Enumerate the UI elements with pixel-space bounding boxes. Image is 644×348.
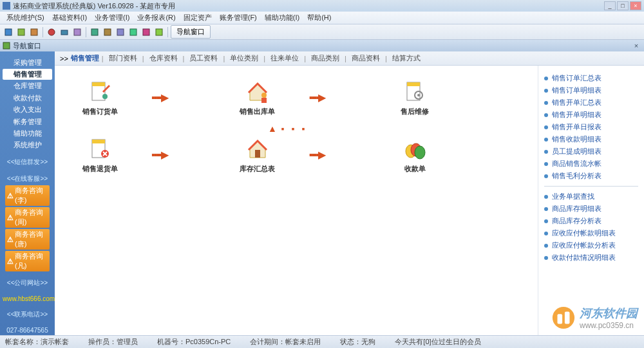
breadcrumb-goodstype[interactable]: 商品类别 bbox=[308, 53, 342, 63]
report-link[interactable]: 商品库存分析表 bbox=[542, 215, 641, 227]
sidebar-contact-4[interactable]: ⚠商务咨询(凡) bbox=[5, 251, 50, 271]
house-person-icon bbox=[245, 78, 270, 104]
toolbar-btn-10[interactable] bbox=[128, 26, 139, 38]
sidebar-site-url[interactable]: www.hbst666.com bbox=[0, 294, 55, 304]
toolbar-btn-2[interactable] bbox=[15, 26, 27, 38]
breadcrumb-dept[interactable]: 部门资料 bbox=[106, 53, 140, 63]
menu-help[interactable]: 帮助(H) bbox=[303, 12, 335, 24]
arrow-icon: ▪▪▪▪▶ bbox=[309, 149, 325, 161]
sidebar-phone: 027-86647565 bbox=[0, 325, 55, 335]
toolbar-btn-8[interactable] bbox=[102, 26, 113, 38]
sidebar-site-label: <<公司网站>> bbox=[0, 277, 55, 289]
sidebar-service-link[interactable]: <<在线客服>> bbox=[0, 173, 55, 185]
report-link[interactable]: 收款付款情况明细表 bbox=[542, 252, 641, 264]
toolbar-btn-5[interactable] bbox=[59, 26, 70, 38]
sidebar-item-payment[interactable]: 收款付款 bbox=[3, 93, 52, 103]
report-link[interactable]: 销售订单明细表 bbox=[542, 84, 641, 96]
watermark-url: www.pc0359.cn bbox=[580, 321, 638, 330]
flow-sales-return[interactable]: 销售退货单 bbox=[74, 136, 126, 174]
svg-rect-5 bbox=[74, 29, 80, 35]
toolbar-btn-11[interactable] bbox=[140, 26, 152, 38]
toolbar-btn-9[interactable] bbox=[115, 26, 126, 38]
report-link[interactable]: 销售开单汇总表 bbox=[542, 96, 641, 109]
report-link[interactable]: 应收应付帐款明细表 bbox=[542, 227, 641, 239]
sidebar-item-warehouse[interactable]: 仓库管理 bbox=[3, 81, 52, 91]
nav-icon bbox=[3, 42, 10, 50]
flow-aftersale[interactable]: 售后维修 bbox=[389, 78, 440, 116]
subwindow-title: 导航窗口 bbox=[13, 41, 41, 51]
report-link[interactable]: 销售订单汇总表 bbox=[542, 72, 641, 84]
report-link[interactable]: 销售开单日报表 bbox=[542, 121, 641, 133]
flow-inventory[interactable]: 库存汇总表 bbox=[232, 136, 283, 174]
sidebar-item-aux[interactable]: 辅助功能 bbox=[3, 128, 52, 138]
svg-rect-1 bbox=[18, 29, 24, 35]
close-button[interactable]: × bbox=[630, 1, 641, 10]
arrow-icon: ▪▪▪▪▶ bbox=[309, 91, 325, 104]
window-title: 速拓商业管理系统(经典版) Ver16.0928 - 某超市专用 bbox=[13, 1, 175, 11]
subwindow-titlebar: 导航窗口 × bbox=[0, 40, 644, 51]
menu-aux[interactable]: 辅助功能(I) bbox=[261, 12, 303, 24]
report-link[interactable]: 应收应付帐款分析表 bbox=[542, 239, 641, 252]
warn-icon: ⚠ bbox=[7, 235, 14, 244]
sidebar-item-account[interactable]: 帐务管理 bbox=[3, 116, 52, 127]
maximize-button[interactable]: □ bbox=[617, 1, 629, 10]
svg-point-16 bbox=[261, 93, 267, 98]
breadcrumb-warehouse[interactable]: 仓库资料 bbox=[147, 53, 180, 63]
flow-sales-order[interactable]: 销售订货单 bbox=[74, 78, 126, 116]
sidebar-item-purchase[interactable]: 采购管理 bbox=[3, 57, 52, 68]
sidebar-item-sales[interactable]: 销售管理 bbox=[3, 69, 52, 79]
report-panel: 销售订单汇总表 销售订单明细表 销售开单汇总表 销售开单明细表 销售开单日报表 … bbox=[538, 66, 644, 335]
breadcrumb-prefix: >> bbox=[60, 55, 68, 62]
sidebar-item-income[interactable]: 收入支出 bbox=[3, 105, 52, 115]
svg-rect-7 bbox=[104, 29, 111, 35]
menu-accounts[interactable]: 账务管理(F) bbox=[216, 12, 261, 24]
flow-receipt[interactable]: 收款单 bbox=[389, 136, 440, 174]
sidebar-contact-3[interactable]: ⚠商务咨询(唐) bbox=[5, 229, 50, 250]
toolbar-btn-1[interactable] bbox=[3, 26, 14, 38]
flow-sales-out[interactable]: 销售出库单 bbox=[232, 78, 283, 116]
sidebar-contact-1[interactable]: ⚠商务咨询(李) bbox=[5, 185, 50, 206]
report-link[interactable]: 商品销售流水帐 bbox=[542, 158, 641, 170]
menu-business[interactable]: 业务管理(I) bbox=[91, 12, 133, 24]
titlebar: 速拓商业管理系统(经典版) Ver16.0928 - 某超市专用 _ □ × bbox=[0, 0, 644, 12]
document-gear-icon bbox=[402, 78, 428, 104]
breadcrumb-unit[interactable]: 往来单位 bbox=[268, 53, 301, 63]
report-link[interactable]: 销售收款明细表 bbox=[542, 133, 641, 145]
svg-rect-23 bbox=[92, 140, 105, 143]
toolbar-btn-3[interactable] bbox=[28, 26, 40, 38]
app-icon bbox=[3, 2, 10, 10]
sidebar-sms-link[interactable]: <<短信群发>> bbox=[0, 156, 55, 168]
report-link[interactable]: 业务单据查找 bbox=[542, 190, 641, 203]
toolbar-btn-4[interactable] bbox=[46, 26, 57, 38]
coins-icon bbox=[402, 136, 428, 161]
toolbar-btn-12[interactable] bbox=[153, 26, 165, 38]
menu-basedata[interactable]: 基础资料(I) bbox=[48, 12, 91, 24]
flow-label: 销售出库单 bbox=[240, 107, 275, 116]
flow-canvas: 销售订货单 ▪▪▪▪▶ 销售出库单 ▪▪▪▪▶ 售后维修 ▲▪▪▪ bbox=[55, 66, 538, 335]
sidebar-item-system[interactable]: 系统维护 bbox=[3, 140, 52, 151]
sidebar-contact-2[interactable]: ⚠商务咨询(周) bbox=[5, 207, 50, 228]
subwindow-close-button[interactable]: × bbox=[631, 41, 641, 50]
toolbar-btn-7[interactable] bbox=[89, 26, 100, 38]
arrow-up-icon: ▲▪▪▪ bbox=[267, 124, 308, 134]
svg-point-21 bbox=[417, 94, 420, 96]
nav-window-button[interactable]: 导航窗口 bbox=[171, 25, 211, 39]
breadcrumb-employee[interactable]: 员工资料 bbox=[187, 53, 220, 63]
status-account: 帐套名称：演示帐套 bbox=[5, 337, 69, 347]
menu-reports[interactable]: 业务报表(R) bbox=[133, 12, 179, 24]
report-link[interactable]: 员工提成明细表 bbox=[542, 145, 641, 158]
menu-system[interactable]: 系统维护(S) bbox=[3, 12, 48, 24]
report-link[interactable]: 商品库存明细表 bbox=[542, 203, 641, 215]
breadcrumb-unittype[interactable]: 单位类别 bbox=[227, 53, 261, 63]
status-machine: 机器号：Pc0359Cn-PC bbox=[157, 337, 231, 347]
svg-rect-19 bbox=[407, 82, 420, 86]
menu-assets[interactable]: 固定资产 bbox=[180, 12, 216, 24]
report-link[interactable]: 销售开单明细表 bbox=[542, 109, 641, 121]
svg-rect-6 bbox=[91, 29, 98, 35]
warn-icon: ⚠ bbox=[7, 257, 14, 266]
breadcrumb-goods[interactable]: 商品资料 bbox=[349, 53, 383, 63]
toolbar-btn-6[interactable] bbox=[71, 26, 83, 38]
breadcrumb-settle[interactable]: 结算方式 bbox=[390, 53, 423, 63]
minimize-button[interactable]: _ bbox=[604, 1, 616, 10]
report-link[interactable]: 销售毛利分析表 bbox=[542, 170, 641, 182]
